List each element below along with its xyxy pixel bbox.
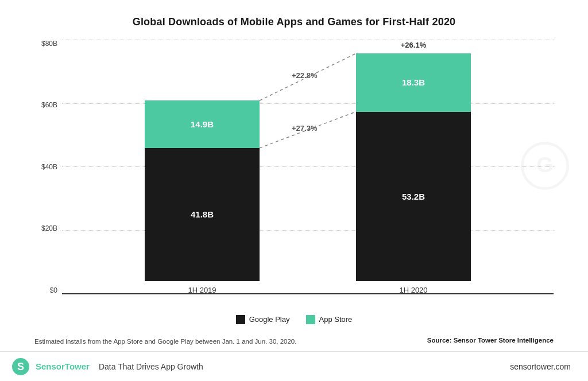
y-axis: $0 $20B $40B $60B $80B: [34, 40, 62, 312]
y-label-2: $40B: [34, 163, 62, 171]
chart-inner: 41.8B 14.9B 1H 2019 +26.1%: [62, 40, 554, 312]
legend-swatch-google-play: [236, 315, 245, 324]
legend: Google Play App Store: [34, 315, 554, 324]
footer-bar: S SensorTower Data That Drives App Growt…: [0, 351, 588, 381]
bar-2019-google-play: 41.8B: [145, 148, 260, 281]
footnote-left: Estimated installs from the App Store an…: [34, 337, 296, 347]
footer-brand-rest: Tower: [65, 361, 90, 371]
bar-2020-google-play-label: 53.2B: [402, 192, 425, 201]
bar-2020-google-play: 53.2B: [356, 112, 471, 281]
footer-brand-highlight: Sensor: [36, 361, 65, 371]
bar-2020-x-label: 1H 2020: [399, 286, 427, 294]
bar-group-2020: +26.1% 53.2B 18.3B 1H 2020: [356, 53, 471, 294]
bars-wrapper: 41.8B 14.9B 1H 2019 +26.1%: [62, 40, 554, 294]
y-label-4: $80B: [34, 40, 62, 48]
chart-title: Global Downloads of Mobile Apps and Game…: [34, 16, 554, 28]
bar-2019-app-store: 14.9B: [145, 100, 260, 148]
footnote-row: Estimated installs from the App Store an…: [0, 335, 588, 351]
bar-2019-app-store-label: 14.9B: [191, 119, 214, 129]
bar-stack-2020: 53.2B 18.3B: [356, 53, 471, 281]
chart-container: G Global Downloads of Mobile Apps and Ga…: [0, 0, 588, 335]
total-growth-label: +26.1%: [356, 41, 471, 49]
bar-group-2019: 41.8B 14.9B 1H 2019: [145, 100, 260, 294]
y-label-1: $20B: [34, 224, 62, 232]
footer-url: sensortower.com: [510, 362, 571, 371]
chart-area: $0 $20B $40B $60B $80B: [34, 40, 554, 312]
footnote-right: Source: Sensor Tower Store Intelligence: [427, 337, 554, 344]
y-label-3: $60B: [34, 101, 62, 109]
footer-logo-icon: S: [11, 357, 30, 376]
bar-2020-app-store: 18.3B: [356, 53, 471, 112]
legend-swatch-app-store: [306, 315, 315, 324]
page-container: G Global Downloads of Mobile Apps and Ga…: [0, 0, 588, 381]
svg-text:S: S: [17, 361, 24, 372]
bar-2019-x-label: 1H 2019: [188, 286, 216, 294]
y-label-0: $0: [34, 286, 62, 294]
legend-label-app-store: App Store: [319, 315, 353, 324]
footer-left: S SensorTower Data That Drives App Growt…: [11, 357, 203, 376]
legend-item-google-play: Google Play: [236, 315, 290, 324]
footer-tagline: Data That Drives App Growth: [99, 362, 203, 371]
bar-2019-google-play-label: 41.8B: [191, 209, 214, 219]
legend-label-google-play: Google Play: [249, 315, 290, 324]
bar-2020-app-store-label: 18.3B: [402, 77, 425, 87]
bar-stack-2019: 41.8B 14.9B: [145, 100, 260, 281]
legend-item-app-store: App Store: [306, 315, 353, 324]
footer-brand-name: SensorTower: [36, 361, 90, 371]
